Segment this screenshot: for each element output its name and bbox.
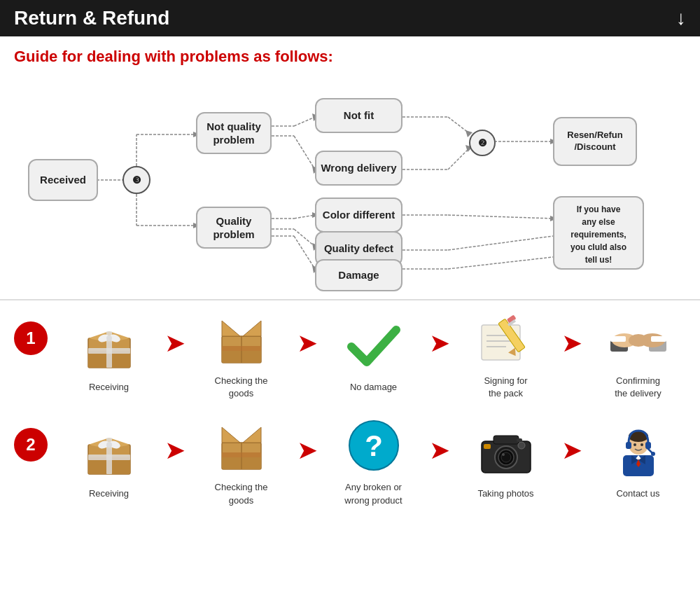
svg-point-89 [518,442,525,449]
process-section: 1 [0,299,700,528]
if-you-have-box: If you have any else requirements, you c… [553,196,644,270]
not-fit-box: Not fit [315,98,402,133]
step-label-photos: Taking photos [477,487,533,500]
svg-point-44 [106,335,112,341]
svg-rect-88 [484,444,491,449]
flowchart: Received ❸ Not quality problem Quality p… [14,78,686,282]
arrow-1-1: ➤ [164,328,186,358]
svg-point-99 [640,443,643,446]
step-item-signing: Signing forthe pack [451,307,560,400]
svg-rect-90 [517,438,522,442]
svg-marker-77 [243,427,261,443]
svg-point-63 [629,334,648,347]
confirming-icon [603,307,673,370]
svg-rect-79 [222,452,261,457]
svg-marker-48 [243,321,261,336]
svg-text:?: ? [365,429,383,462]
not-quality-problem-box: Not quality problem [196,112,272,154]
receiving-icon-1 [74,314,144,377]
damage-box: Damage [315,259,402,291]
svg-rect-65 [651,336,666,342]
arrow-2-3: ➤ [429,436,450,465]
step-label-broken: Any broken orwrong product [344,481,402,506]
svg-rect-83 [493,436,519,444]
step-label-receiving-2: Receiving [89,487,129,500]
wrong-delivery-box: Wrong delivery [315,151,402,186]
step-label-nodamage: No damage [350,381,397,394]
svg-rect-100 [626,442,631,449]
svg-point-73 [106,442,112,448]
guide-section: Guide for dealing with problems as follo… [0,36,700,296]
svg-line-8 [294,117,315,126]
step-items-1: Receiving ➤ [55,307,692,400]
svg-line-36 [448,257,553,269]
svg-marker-47 [222,321,240,336]
svg-line-34 [448,236,553,250]
svg-rect-41 [88,348,130,354]
quality-problem-box: Quality problem [196,207,272,249]
step-items-2: Receiving ➤ Checking thegoods ➤ [55,414,692,506]
received-box: Received [28,159,98,201]
checking-icon-1 [206,307,276,370]
step-item-checking-1: Checking thegoods [187,307,295,400]
svg-point-103 [651,452,655,456]
step-label-confirming: Confirmingthe delivery [615,375,661,400]
receiving-icon-2 [74,420,144,483]
step-label-checking-2: Checking thegoods [215,481,268,506]
circle3: ❸ [122,166,150,194]
svg-line-11 [294,136,315,169]
step-item-receiving-2: Receiving [55,420,163,500]
svg-line-26 [448,148,469,169]
svg-line-17 [294,229,315,247]
arrow-1-2: ➤ [297,328,318,358]
arrow-2-1: ➤ [164,436,186,465]
circle2: ❷ [469,130,496,156]
svg-line-20 [294,236,315,269]
step-item-receiving-1: Receiving [55,314,163,394]
arrow-2-2: ➤ [297,436,318,465]
step-item-contact: Contact us [584,420,692,500]
step-item-checking-2: Checking thegoods [187,414,295,506]
svg-line-14 [294,215,315,219]
signing-icon [471,307,541,370]
contact-icon [603,420,673,483]
checking-icon-2 [206,414,276,477]
process-row-1: 1 [14,307,686,400]
svg-rect-50 [222,346,261,351]
svg-line-31 [448,215,553,219]
nodamage-icon [339,314,409,377]
color-different-box: Color different [315,198,402,233]
svg-point-87 [502,453,505,456]
step-label-receiving-1: Receiving [89,381,129,394]
step-label-checking-1: Checking thegoods [215,375,268,400]
process-row-2: 2 Receiving ➤ [14,414,686,506]
down-arrow-icon: ↓ [676,7,686,29]
svg-rect-70 [88,455,130,460]
step-item-broken: ? Any broken orwrong product [319,414,428,506]
page-header: Return & Refund ↓ [0,0,700,36]
step-label-contact: Contact us [616,487,659,500]
photos-icon [471,420,541,483]
svg-marker-76 [222,427,240,443]
svg-point-98 [634,443,636,446]
guide-title: Guide for dealing with problems as follo… [14,48,686,66]
step-label-signing: Signing forthe pack [484,375,527,400]
svg-rect-64 [610,336,626,342]
broken-icon: ? [339,414,409,477]
step-item-photos: Taking photos [451,420,560,500]
step-item-nodamage: No damage [319,314,428,394]
arrow-2-4: ➤ [561,436,582,465]
page-title: Return & Refund [14,7,169,29]
step-number-2: 2 [14,428,48,462]
resen-refund-box: Resen/Refun /Discount [553,117,637,166]
arrow-1-3: ➤ [429,328,450,358]
step-number-1: 1 [14,321,48,355]
arrow-1-4: ➤ [561,328,582,358]
step-item-confirming: Confirmingthe delivery [584,307,692,400]
